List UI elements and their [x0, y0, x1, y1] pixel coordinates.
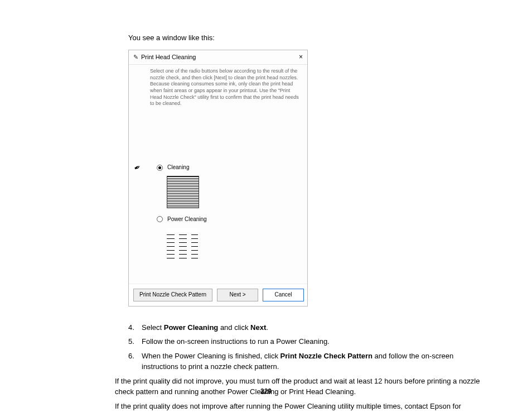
print-nozzle-check-button[interactable]: Print Nozzle Check Pattern	[133, 289, 212, 301]
option-power-cleaning[interactable]: Power Cleaning	[157, 216, 302, 223]
page-number: 229	[0, 387, 532, 395]
cancel-button[interactable]: Cancel	[263, 289, 304, 301]
radio-power-cleaning[interactable]	[157, 216, 163, 222]
option-cleaning-label: Cleaning	[167, 164, 189, 171]
pen-icon: ✒	[133, 162, 143, 174]
dialog-titlebar: ✎ Print Head Cleaning ×	[129, 50, 307, 65]
dialog-title: Print Head Cleaning	[141, 54, 299, 61]
step-number: 6.	[128, 351, 142, 372]
step-5-text: Follow the on-screen instructions to run…	[142, 336, 330, 347]
tool-icon: ✎	[133, 54, 138, 61]
step-number: 4.	[128, 322, 142, 333]
step-6-bold: Print Nozzle Check Pattern	[280, 352, 373, 360]
step-number: 5.	[128, 336, 142, 347]
step-6-text1: When the Power Cleaning is finished, cli…	[142, 352, 280, 360]
option-power-cleaning-label: Power Cleaning	[167, 216, 207, 223]
radio-cleaning[interactable]	[157, 165, 163, 171]
dialog-button-row: Print Nozzle Check Pattern Next > Cancel	[129, 284, 307, 306]
step-4-text3: .	[266, 323, 268, 332]
step-4-bold-1: Power Cleaning	[164, 323, 219, 332]
pattern-cleaning	[167, 176, 199, 208]
step-4-bold-2: Next	[250, 323, 266, 332]
step-4-text2: and click	[218, 323, 250, 332]
pattern-power-cleaning	[167, 227, 198, 258]
paragraph-2: If the print quality does not improve af…	[115, 401, 482, 412]
dialog-description: Select one of the radio buttons below ac…	[129, 65, 307, 107]
dialog-window: ✎ Print Head Cleaning × Select one of th…	[128, 50, 308, 306]
next-button[interactable]: Next >	[217, 289, 258, 301]
close-icon[interactable]: ×	[299, 53, 303, 61]
intro-text: You see a window like this:	[128, 33, 482, 42]
option-cleaning[interactable]: Cleaning	[157, 164, 302, 171]
step-4-text: Select	[142, 323, 164, 332]
instruction-steps: 4. Select Power Cleaning and click Next.…	[128, 322, 482, 412]
